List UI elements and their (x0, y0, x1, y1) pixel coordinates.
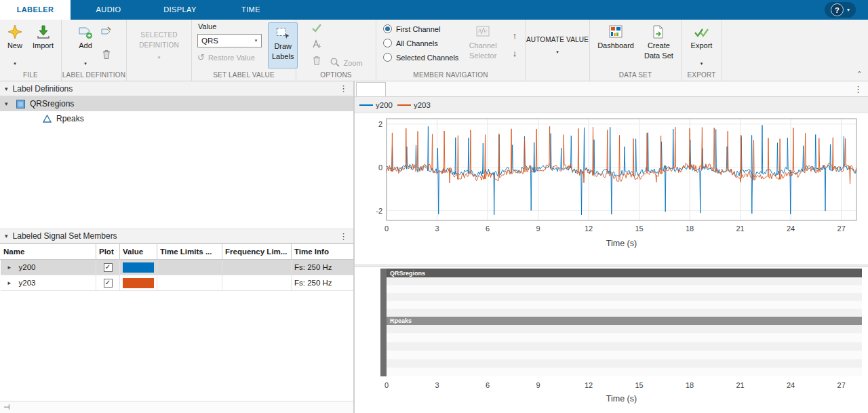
panel-collapse-bar: ⊣ (0, 401, 353, 413)
svg-text:24: 24 (787, 381, 795, 389)
font-size-button[interactable] (309, 39, 324, 52)
tab-time[interactable]: TIME (214, 0, 288, 20)
kebab-menu-icon[interactable]: ⋮ (339, 232, 348, 241)
restore-value-label: Restore Value (208, 54, 255, 62)
channel-selector-label-2: Selector (469, 52, 496, 60)
legend-line-icon (397, 104, 411, 106)
chevron-right-icon[interactable]: ▸ (8, 279, 16, 286)
combobox-value: QRS (198, 37, 251, 45)
column-header-plot[interactable]: Plot (96, 244, 120, 260)
dashboard-button[interactable]: Dashboard (593, 22, 638, 68)
section-title-selected-definition (127, 71, 191, 81)
zoom-button[interactable]: Zoom (330, 57, 362, 71)
svg-text:18: 18 (686, 224, 694, 233)
display-area: ⋮ y200y203 0369121518212427-202Time (s) … (355, 81, 868, 413)
frequency-limits-cell[interactable] (222, 275, 292, 291)
frequency-limits-cell[interactable] (222, 260, 292, 275)
section-title-options: OPTIONS (296, 71, 376, 81)
ribbon-filler (722, 20, 868, 81)
radio-all-channels-label: All Channels (396, 39, 438, 47)
export-button[interactable]: Export ▾ (687, 22, 717, 68)
create-data-set-label-2: Data Set (644, 52, 673, 60)
display-tab[interactable] (356, 82, 386, 96)
check-icon: ✓ (105, 264, 111, 271)
create-data-set-label-1: Create (648, 41, 670, 50)
column-header-time-info[interactable]: Time Info (292, 244, 354, 260)
kebab-menu-icon[interactable]: ⋮ (854, 85, 863, 94)
svg-text:Time (s): Time (s) (606, 239, 637, 248)
column-header-name[interactable]: Name (1, 244, 96, 260)
ribbon-section-member-navigation: First Channel All Channels Selected Chan… (376, 20, 526, 81)
browser-panel: ▾ Label Definitions ⋮ ▾ QRSregions Rpeak… (0, 81, 355, 413)
member-row-y203[interactable]: ▸ y203 ✓ Fs: 250 Hz (1, 275, 354, 291)
add-definition-button[interactable]: Add ▾ (74, 22, 97, 68)
restore-value-button[interactable]: ↺ Restore Value (197, 54, 262, 62)
automate-value-label: AUTOMATE VALUE (526, 35, 589, 44)
toolstrip-ribbon: New ▾ Import FILE Add ▾ (0, 20, 868, 81)
signal-plot-area[interactable]: 0369121518212427-202Time (s) (355, 113, 868, 264)
radio-icon (383, 39, 392, 47)
collapse-ribbon-button[interactable]: ⌃ (856, 70, 863, 79)
toolstrip-tabbar: LABELER AUDIO DISPLAY TIME ? ▾ (0, 0, 868, 20)
members-table: Name Plot Value Time Limits ... Frequenc… (0, 243, 353, 291)
label-value-combobox[interactable]: QRS ▾ (197, 34, 262, 47)
tab-display[interactable]: DISPLAY (146, 0, 214, 20)
member-name: y200 (19, 263, 36, 271)
legend-item[interactable]: y203 (397, 101, 431, 109)
accept-label-button[interactable] (309, 22, 324, 36)
tree-item-label: Rpeaks (56, 114, 84, 123)
tree-item-qrsregions[interactable]: ▾ QRSregions (0, 96, 353, 111)
chevron-down-icon[interactable]: ▾ (5, 85, 8, 92)
region-label-icon (16, 100, 25, 109)
radio-all-channels[interactable]: All Channels (383, 39, 458, 47)
collapse-panel-icon[interactable]: ⊣ (3, 404, 10, 411)
next-member-button[interactable]: ↓ (507, 46, 522, 60)
label-track-plot[interactable]: QRSregionsRpeaks0369121518212427Time (s) (355, 267, 868, 413)
radio-selected-channels[interactable]: Selected Channels (383, 53, 458, 62)
tree-item-rpeaks[interactable]: Rpeaks (0, 111, 353, 126)
chevron-down-icon: ▾ (556, 50, 559, 54)
plot-checkbox[interactable]: ✓ (104, 279, 113, 288)
svg-text:18: 18 (686, 381, 694, 389)
chevron-down-icon[interactable]: ▾ (5, 100, 13, 107)
automate-value-dropdown[interactable]: AUTOMATE VALUE ▾ (522, 22, 593, 68)
ribbon-section-data-set: Dashboard Create Data Set DATA SET (590, 20, 682, 81)
time-limits-cell[interactable] (157, 275, 222, 291)
zoom-label: Zoom (343, 59, 362, 67)
legend-item[interactable]: y200 (359, 101, 393, 109)
time-limits-cell[interactable] (157, 260, 222, 275)
time-info-cell: Fs: 250 Hz (292, 260, 354, 275)
help-icon[interactable]: ? (831, 3, 844, 16)
label-track-area[interactable]: QRSregionsRpeaks0369121518212427Time (s) (355, 267, 868, 413)
column-header-time-limits[interactable]: Time Limits ... (157, 244, 222, 260)
chevron-right-icon[interactable]: ▸ (8, 264, 16, 271)
new-button[interactable]: New ▾ (3, 22, 26, 68)
chevron-down-icon[interactable]: ▾ (5, 233, 8, 239)
plot-checkbox[interactable]: ✓ (104, 263, 113, 272)
create-data-set-button[interactable]: Create Data Set (640, 22, 677, 68)
kebab-menu-icon[interactable]: ⋮ (339, 84, 348, 93)
import-button-label: Import (33, 41, 54, 50)
import-button[interactable]: Import (28, 22, 58, 68)
signal-plot[interactable]: 0369121518212427-202Time (s) (355, 113, 868, 257)
label-definitions-title: Label Definitions (13, 84, 73, 94)
tab-labeler[interactable]: LABELER (0, 0, 71, 20)
help-menu[interactable]: ? ▾ (825, 2, 856, 18)
zoom-icon (330, 57, 340, 69)
column-header-frequency-limits[interactable]: Frequency Lim... (222, 244, 292, 260)
delete-definition-button[interactable] (99, 49, 114, 62)
radio-first-channel[interactable]: First Channel (383, 24, 458, 33)
selected-definition-dropdown[interactable]: SELECTED DEFINITION ▾ (135, 22, 183, 68)
tab-audio[interactable]: AUDIO (71, 0, 146, 20)
channel-selector-button[interactable]: Channel Selector (464, 22, 502, 68)
down-arrow-icon: ↓ (513, 48, 517, 58)
draw-labels-toggle[interactable]: Draw Labels (268, 22, 298, 68)
member-row-y200[interactable]: ▸ y200 ✓ Fs: 250 Hz (1, 260, 354, 275)
draw-labels-icon (275, 24, 290, 41)
previous-member-button[interactable]: ↑ (507, 28, 522, 42)
edit-definition-button[interactable] (99, 26, 114, 39)
edit-label-icon (101, 26, 112, 39)
svg-text:21: 21 (736, 381, 744, 389)
delete-label-button[interactable] (309, 55, 324, 68)
column-header-value[interactable]: Value (120, 244, 157, 260)
